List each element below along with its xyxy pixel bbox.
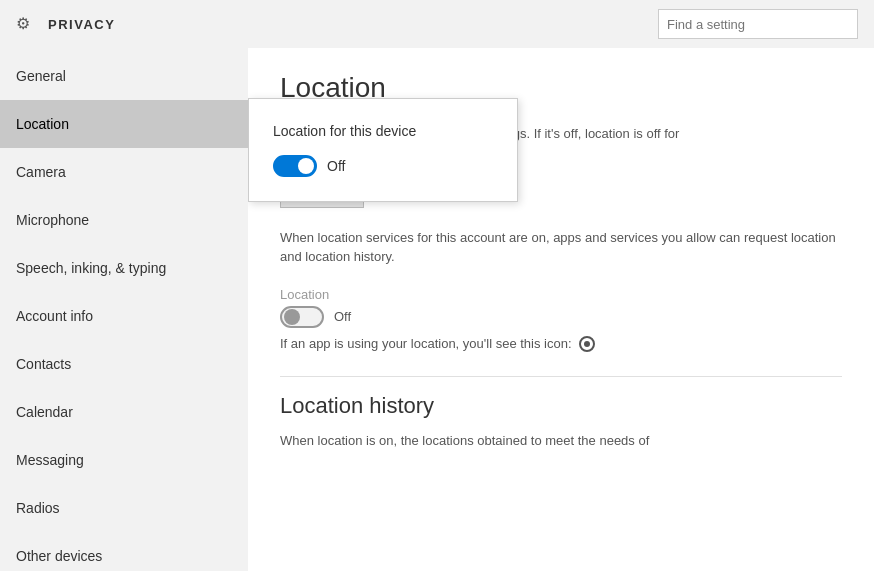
- sidebar-item-label: Messaging: [16, 452, 84, 468]
- sidebar-item-label: General: [16, 68, 66, 84]
- sidebar-item-calendar[interactable]: Calendar: [0, 388, 248, 436]
- sidebar: General Location Camera Microphone Speec…: [0, 48, 248, 571]
- location-services-text: When location services for this account …: [280, 228, 842, 267]
- location-toggle-row: Off: [280, 306, 842, 328]
- sidebar-item-camera[interactable]: Camera: [0, 148, 248, 196]
- sidebar-item-label: Speech, inking, & typing: [16, 260, 166, 276]
- sidebar-item-label: Calendar: [16, 404, 73, 420]
- sidebar-item-label: Radios: [16, 500, 60, 516]
- sidebar-item-label: Microphone: [16, 212, 89, 228]
- sidebar-item-label: Other devices: [16, 548, 102, 564]
- sidebar-item-contacts[interactable]: Contacts: [0, 340, 248, 388]
- toggle-off-label: Off: [334, 309, 351, 324]
- popup-toggle-row: Off: [273, 155, 493, 177]
- sidebar-item-speech[interactable]: Speech, inking, & typing: [0, 244, 248, 292]
- app-header: ⚙ PRIVACY: [0, 0, 874, 48]
- popup-toggle-knob: [298, 158, 314, 174]
- content-area: Location rson who signs in to this devic…: [248, 48, 874, 571]
- gear-icon: ⚙: [16, 14, 36, 34]
- sidebar-item-account-info[interactable]: Account info: [0, 292, 248, 340]
- popup-title: Location for this device: [273, 123, 493, 139]
- sidebar-item-other-devices[interactable]: Other devices: [0, 532, 248, 571]
- app-title: PRIVACY: [48, 17, 115, 32]
- location-history-title: Location history: [280, 393, 842, 419]
- search-input[interactable]: [658, 9, 858, 39]
- sidebar-item-general[interactable]: General: [0, 52, 248, 100]
- location-device-popup: Location for this device Off: [248, 98, 518, 202]
- icon-text: If an app is using your location, you'll…: [280, 336, 842, 353]
- popup-toggle-label: Off: [327, 158, 345, 174]
- location-history-text: When location is on, the locations obtai…: [280, 431, 842, 451]
- main-container: General Location Camera Microphone Speec…: [0, 48, 874, 571]
- sidebar-item-label: Camera: [16, 164, 66, 180]
- sidebar-item-label: Account info: [16, 308, 93, 324]
- location-toggle-label: Location: [280, 287, 842, 302]
- sidebar-item-messaging[interactable]: Messaging: [0, 436, 248, 484]
- sidebar-item-location[interactable]: Location: [0, 100, 248, 148]
- popup-toggle-switch[interactable]: [273, 155, 317, 177]
- location-toggle-section: Location Off: [280, 287, 842, 328]
- location-dot-icon: [579, 336, 595, 352]
- sidebar-item-radios[interactable]: Radios: [0, 484, 248, 532]
- location-toggle[interactable]: [280, 306, 324, 328]
- toggle-knob: [284, 309, 300, 325]
- sidebar-item-label: Location: [16, 116, 69, 132]
- sidebar-item-label: Contacts: [16, 356, 71, 372]
- sidebar-item-microphone[interactable]: Microphone: [0, 196, 248, 244]
- section-divider: [280, 376, 842, 377]
